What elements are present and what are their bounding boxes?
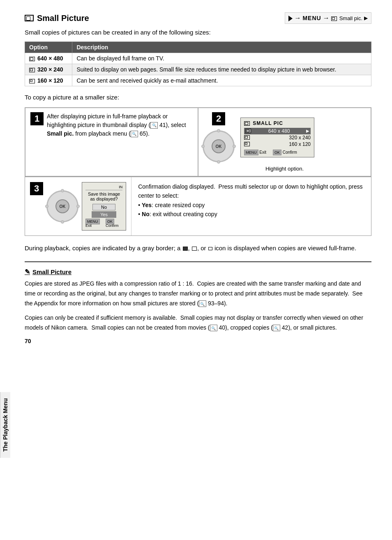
intro-text: Small copies of pictures can be created … [25,29,371,36]
bc-chevron: ▶ [364,15,368,21]
notes-para-1: Copies are stored as JPEG files with a c… [25,279,371,308]
step-3-text: Confirmation dialog displayed. Press mul… [131,177,371,235]
ref-icon-5: 🔍 [273,325,280,331]
size-icon-640 [29,57,35,61]
size-icon-160 [29,79,35,83]
step-2-number: 2 [212,112,225,125]
lcd-screen-2: SMALL PIC 640 x 480 ▶ 320 x 240 [240,118,314,157]
col-description: Description [72,42,371,53]
yes-button: Yes [92,211,116,218]
table-row: 640 × 480 Can be displayed full frame on… [25,53,371,64]
notes-heading: Small Picture [32,268,71,275]
confirm-top: IN [85,185,122,190]
icon-filled [183,247,188,251]
option-name-2: 320 × 240 [29,66,63,73]
notes-title: ✎ Small Picture [25,268,371,276]
step-3-row: 3 OK IN Save this imageas displayed? [25,177,371,236]
table-row: 320 × 240 Suited to display on web pages… [25,64,371,75]
steps-row: 1 After displaying picture in full-frame… [25,107,371,177]
table-row: 160 × 120 Can be sent and received quick… [25,75,371,86]
confirm-screen: IN Save this imageas displayed? No Yes M… [82,182,126,231]
option-name-3: 160 × 120 [29,77,63,84]
no-button: No [92,204,115,210]
lcd-item-2: 320 x 240 [244,134,311,141]
lcd-item-1: 640 x 480 ▶ [244,128,311,134]
step-3-number: 3 [30,182,43,195]
page-title: Small Picture [25,14,89,23]
notes-para-2: Copies can only be created if sufficient… [25,313,371,333]
option-name-1: 640 × 480 [29,55,63,62]
section-icon [25,15,34,21]
lcd-item-3: 160 x 120 [244,141,311,148]
arrow2: → [323,14,330,22]
step-1-text: After displaying picture in full-frame p… [47,112,193,138]
ref-icon-2: 🔍 [131,131,138,137]
icon-small [208,247,212,250]
highlight-label: Highlight option. [265,166,304,172]
ref-icon-3: 🔍 [199,300,206,307]
desc-2: Suited to display on web pages. Small fi… [72,64,371,75]
copy-instruction: To copy a picture at a smaller size: [25,94,371,101]
step-1-cell: 1 After displaying picture in full-frame… [25,108,198,176]
menu-label: MENU [302,15,321,21]
side-label: The Playback Menu [0,392,10,458]
options-table: Option Description 640 × 480 Can be disp… [25,42,371,86]
icon-medium [192,247,197,251]
arrow1: → [294,14,301,22]
play-icon [288,15,293,21]
step-2-cell: 2 OK [198,108,371,176]
nav-breadcrumb: → MENU → Small pic. ▶ [285,12,371,24]
size-icon-320 [29,68,35,72]
playback-note: During playback, copies are indicated by… [25,243,371,253]
pencil-icon: ✎ [25,268,30,276]
notes-section: ✎ Small Picture Copies are stored as JPE… [25,261,371,333]
desc-1: Can be displayed full frame on TV. [72,53,371,64]
title-text: Small Picture [37,14,89,23]
bc-item: Small pic. [339,15,362,21]
desc-3: Can be sent and received quickly as e-ma… [72,75,371,86]
lcd-footer: MENU Exit OK Confirm [244,150,311,155]
lcd-title: SMALL PIC [244,120,311,126]
ref-icon-1: 🔍 [150,122,158,129]
step-1-header: 1 After displaying picture in full-frame… [30,112,193,138]
confirm-footer: MENU Exit OK Confirm [85,219,122,228]
step-3-left: 3 OK IN Save this imageas displayed? [25,177,131,235]
confirm-title: Save this imageas displayed? [85,192,122,201]
bc-icon [331,15,338,21]
step-1-number: 1 [30,112,44,125]
col-option: Option [25,42,72,53]
confirm-buttons: No Yes [85,204,122,218]
ref-icon-4: 🔍 [210,325,217,331]
page-number: 70 [25,338,371,344]
page-header: Small Picture → MENU → Small pic. ▶ [25,12,371,24]
